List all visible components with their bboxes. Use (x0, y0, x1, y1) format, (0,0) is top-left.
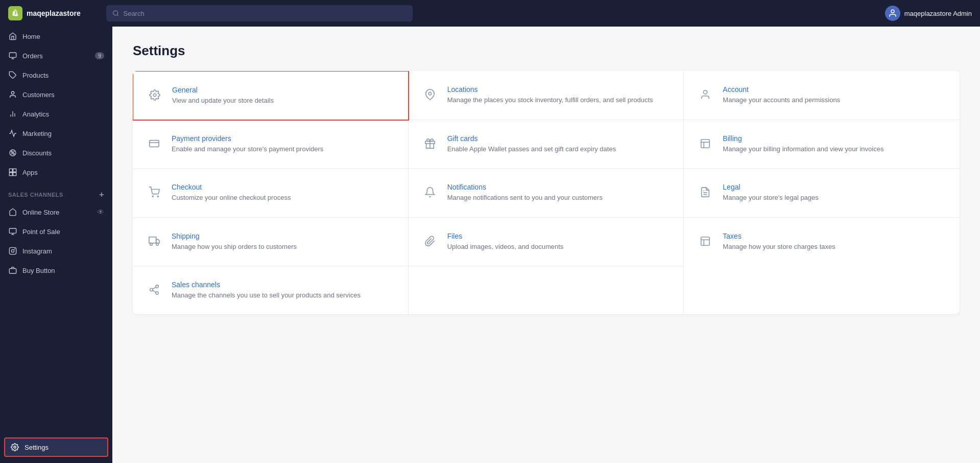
settings-item-files[interactable]: Files Upload images, videos, and documen… (409, 218, 684, 266)
account-icon (696, 85, 714, 104)
general-content: General View and update your store detai… (172, 86, 396, 105)
settings-item-billing[interactable]: Billing Manage your billing information … (684, 120, 960, 169)
settings-item-payment-providers[interactable]: Payment providers Enable and manage your… (133, 120, 409, 169)
gift-cards-desc: Enable Apple Wallet passes and set gift … (447, 145, 672, 154)
sidebar-item-marketing[interactable]: Marketing (0, 124, 112, 143)
sales-channels-desc: Manage the channels you use to sell your… (172, 291, 396, 300)
settings-item-taxes[interactable]: Taxes Manage how your store charges taxe… (684, 218, 960, 266)
discounts-icon (8, 148, 17, 157)
sidebar-label-customers: Customers (22, 91, 55, 99)
settings-item-general[interactable]: General View and update your store detai… (133, 71, 409, 121)
taxes-title: Taxes (723, 232, 947, 240)
settings-item-checkout[interactable]: Checkout Customize your online checkout … (133, 169, 409, 217)
settings-item-shipping[interactable]: Shipping Manage how you ship orders to c… (133, 218, 409, 266)
page-title: Settings (133, 43, 960, 59)
account-title: Account (723, 85, 947, 94)
sidebar-item-settings[interactable]: Settings (4, 437, 108, 457)
svg-rect-39 (149, 237, 156, 243)
sidebar-item-instagram[interactable]: Instagram (0, 241, 112, 261)
shipping-title: Shipping (172, 232, 396, 240)
files-desc: Upload images, videos, and documents (447, 242, 672, 251)
sidebar-item-analytics[interactable]: Analytics (0, 104, 112, 124)
svg-point-0 (113, 11, 118, 15)
files-title: Files (447, 232, 672, 240)
eye-icon[interactable]: 👁 (97, 208, 104, 216)
billing-title: Billing (723, 134, 947, 143)
sidebar-item-discounts[interactable]: Discounts (0, 143, 112, 163)
svg-line-47 (153, 290, 156, 292)
notifications-desc: Manage notifications sent to you and you… (447, 193, 672, 202)
sidebar-bottom: Settings (0, 435, 112, 463)
locations-content: Locations Manage the places you stock in… (447, 85, 672, 105)
search-bar[interactable] (106, 5, 413, 21)
svg-point-10 (11, 151, 13, 153)
svg-point-26 (428, 92, 432, 95)
sidebar-item-home[interactable]: Home (0, 27, 112, 46)
legal-content: Legal Manage your store's legal pages (723, 183, 947, 202)
topnav-right: maqeplazastore Admin (885, 6, 972, 21)
settings-item-notifications[interactable]: Notifications Manage notifications sent … (409, 169, 684, 217)
sidebar-item-buy-button[interactable]: Buy Button (0, 261, 112, 280)
legal-desc: Manage your store's legal pages (723, 193, 947, 202)
billing-icon (696, 134, 714, 153)
svg-point-44 (156, 285, 159, 288)
settings-item-locations[interactable]: Locations Manage the places you stock in… (409, 71, 684, 120)
svg-marker-40 (156, 239, 159, 243)
sidebar-item-customers[interactable]: Customers (0, 85, 112, 104)
gift-cards-title: Gift cards (447, 134, 672, 143)
svg-point-35 (152, 196, 153, 197)
payment-providers-title: Payment providers (172, 134, 396, 143)
sidebar-label-home: Home (22, 33, 40, 40)
sidebar-label-instagram: Instagram (22, 247, 52, 255)
svg-rect-14 (13, 169, 16, 172)
add-sales-channel-icon[interactable]: + (99, 190, 104, 199)
billing-desc: Manage your billing information and view… (723, 145, 947, 154)
settings-item-account[interactable]: Account Manage your accounts and permiss… (684, 71, 960, 120)
gift-cards-icon (421, 134, 439, 153)
svg-point-27 (704, 90, 707, 94)
general-desc: View and update your store details (172, 96, 396, 105)
apps-icon (8, 168, 17, 177)
svg-rect-13 (9, 169, 12, 172)
files-icon (421, 232, 439, 250)
sidebar: Home Orders 9 Products Customers A (0, 27, 112, 463)
settings-item-legal[interactable]: Legal Manage your store's legal pages (684, 169, 960, 217)
shipping-desc: Manage how you ship orders to customers (172, 242, 396, 251)
notifications-title: Notifications (447, 183, 672, 191)
top-navigation: maqeplazastore maqeplazastore Admin (0, 0, 980, 27)
svg-point-24 (14, 446, 16, 448)
online-store-icon (8, 207, 17, 217)
checkout-desc: Customize your online checkout process (172, 193, 396, 202)
taxes-desc: Manage how your store charges taxes (723, 242, 947, 251)
svg-point-11 (13, 153, 15, 155)
sidebar-item-orders[interactable]: Orders 9 (0, 46, 112, 65)
svg-point-21 (11, 249, 14, 252)
payment-providers-desc: Enable and manage your store's payment p… (172, 145, 396, 154)
instagram-icon (8, 246, 17, 256)
settings-item-gift-cards[interactable]: Gift cards Enable Apple Wallet passes an… (409, 120, 684, 169)
svg-rect-15 (9, 173, 12, 176)
brand-name: maqeplazastore (27, 9, 81, 17)
gift-cards-content: Gift cards Enable Apple Wallet passes an… (447, 134, 672, 154)
sidebar-label-apps: Apps (22, 169, 38, 176)
settings-item-sales-channels[interactable]: Sales channels Manage the channels you u… (133, 266, 409, 314)
sidebar-item-online-store[interactable]: Online Store 👁 (0, 202, 112, 222)
sidebar-label-analytics: Analytics (22, 110, 49, 118)
sidebar-item-products[interactable]: Products (0, 65, 112, 85)
general-title: General (172, 86, 396, 94)
svg-rect-20 (9, 247, 16, 254)
search-input[interactable] (123, 10, 407, 17)
locations-icon (421, 85, 439, 104)
settings-icon (10, 443, 19, 452)
marketing-icon (8, 129, 17, 138)
svg-rect-32 (701, 140, 710, 148)
locations-title: Locations (447, 85, 672, 94)
svg-rect-17 (9, 228, 16, 233)
sidebar-item-point-of-sale[interactable]: Point of Sale (0, 222, 112, 241)
taxes-content: Taxes Manage how your store charges taxe… (723, 232, 947, 251)
notifications-icon (421, 183, 439, 201)
sidebar-item-apps[interactable]: Apps (0, 163, 112, 182)
brand-logo[interactable]: maqeplazastore (8, 6, 100, 20)
notifications-content: Notifications Manage notifications sent … (447, 183, 672, 202)
admin-avatar[interactable] (885, 6, 900, 21)
